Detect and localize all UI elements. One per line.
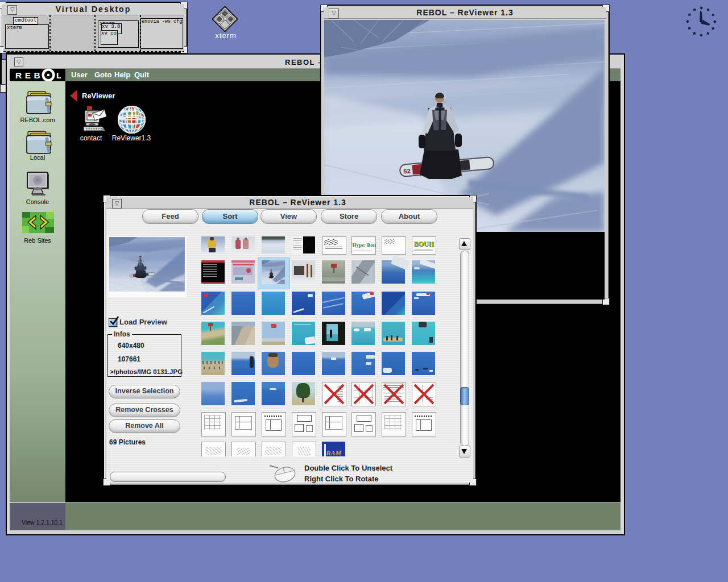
- svg-text:L: L: [56, 70, 61, 80]
- svg-text:REB: REB: [15, 70, 43, 80]
